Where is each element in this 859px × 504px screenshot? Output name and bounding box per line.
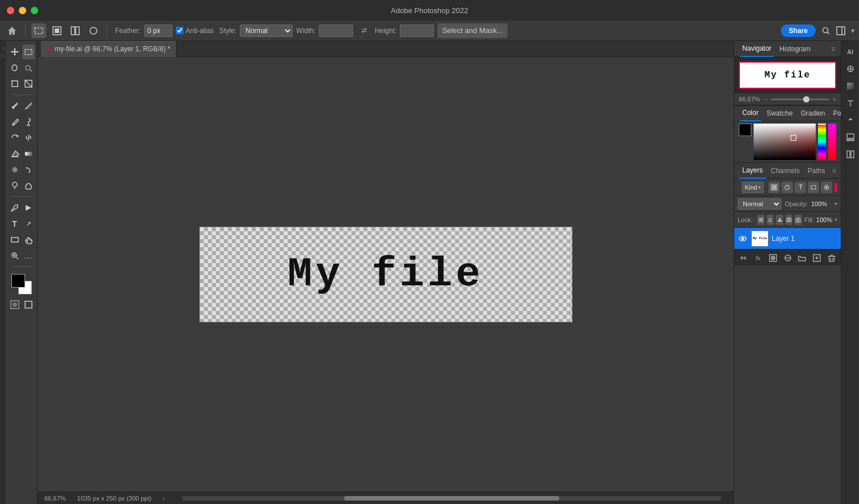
eyedropper-tool-btn[interactable] <box>9 99 21 113</box>
delete-layer-btn[interactable] <box>826 252 837 264</box>
rectangular-marquee-toolbar-btn[interactable] <box>31 23 46 38</box>
lock-image-btn[interactable] <box>767 215 774 225</box>
hand-tool-btn[interactable] <box>22 232 35 247</box>
foreground-color-swatch[interactable] <box>11 274 25 288</box>
layer-adjustment-btn[interactable] <box>782 252 793 264</box>
layer-mask-btn[interactable] <box>767 252 779 264</box>
brush-tool-btn[interactable] <box>9 114 21 129</box>
layers-tab[interactable]: Layers <box>739 163 766 179</box>
stamp-tool-btn[interactable] <box>22 114 35 129</box>
strip-arrow-btn[interactable] <box>843 113 858 128</box>
histogram-tab[interactable]: Histogram <box>777 41 813 57</box>
smudge-tool-btn[interactable] <box>22 162 35 177</box>
home-button[interactable] <box>5 23 19 38</box>
scrollbar-track[interactable] <box>182 496 721 501</box>
filter-pixel-btn[interactable] <box>768 182 780 193</box>
move-tool-btn[interactable] <box>9 44 21 59</box>
shape-tool-btn[interactable] <box>9 232 21 247</box>
filter-smart-btn[interactable] <box>821 182 832 193</box>
navigator-menu-btn[interactable]: ≡ <box>831 45 835 53</box>
panels-button[interactable] <box>836 26 845 35</box>
channels-tab[interactable]: Channels <box>767 163 803 179</box>
quick-selection-btn[interactable] <box>22 60 35 75</box>
color-tab[interactable]: Color <box>740 105 761 121</box>
zoom-out-icon[interactable]: − <box>764 96 767 103</box>
minimize-window-button[interactable] <box>19 7 26 14</box>
opacity-chevron-icon[interactable]: ▾ <box>835 200 837 207</box>
quick-mask-btn[interactable] <box>9 299 21 310</box>
color-swatches[interactable] <box>11 274 32 294</box>
zoom-slider[interactable] <box>771 99 829 100</box>
strip-type-btn[interactable] <box>843 96 858 110</box>
search-button[interactable] <box>821 26 831 35</box>
history-brush-btn[interactable] <box>9 130 21 145</box>
strip-adjust-btn[interactable] <box>843 62 858 76</box>
fill-chevron-icon[interactable]: ▾ <box>835 216 837 223</box>
blend-mode-select[interactable]: Normal Multiply Screen <box>738 198 782 210</box>
filter-kind-select[interactable]: Kind ▾ <box>742 182 764 193</box>
blur-tool-btn[interactable] <box>9 162 21 177</box>
lasso-tool-btn[interactable] <box>9 60 21 75</box>
zoom-in-icon[interactable]: + <box>833 96 836 103</box>
status-arrow-btn[interactable]: › <box>163 494 165 502</box>
left-panel-collapse[interactable]: ◁ ▷ <box>0 41 6 504</box>
lock-all-btn[interactable] <box>795 215 801 225</box>
screen-mode-btn[interactable] <box>23 299 34 310</box>
horizontal-scrollbar[interactable] <box>177 496 727 501</box>
layer-group-btn[interactable] <box>796 252 808 264</box>
dodge-tool-btn[interactable] <box>9 178 21 193</box>
swatches-tab[interactable]: Swatche <box>764 105 795 121</box>
lock-position-btn[interactable] <box>776 215 783 225</box>
art-history-brush-btn[interactable] <box>22 130 35 145</box>
layer-item[interactable]: My file Layer 1 <box>734 228 841 249</box>
navigator-tab[interactable]: Navigator <box>740 41 774 57</box>
strip-panel3-btn[interactable] <box>843 147 858 162</box>
close-window-button[interactable] <box>7 7 14 14</box>
anti-alias-checkbox[interactable] <box>176 27 183 34</box>
paths-tab[interactable]: Paths <box>804 163 829 179</box>
layer-visibility-btn[interactable] <box>738 233 748 244</box>
strip-gradient-btn[interactable] <box>843 79 858 93</box>
crop-tool-btn[interactable] <box>9 76 21 91</box>
document-tab[interactable]: ✕ my-file.ai @ 66,7% (Layer 1, RGB/8) * <box>41 41 177 57</box>
select-mask-button[interactable]: Select and Mask... <box>437 23 508 38</box>
height-input[interactable] <box>400 24 434 37</box>
layers-menu-btn[interactable]: ≡ <box>832 167 836 175</box>
more-tools-btn[interactable]: … <box>22 248 35 263</box>
eraser-tool-btn[interactable] <box>9 146 21 161</box>
maximize-window-button[interactable] <box>31 7 38 14</box>
selection-tool-btn[interactable] <box>22 44 35 59</box>
path-selection-btn[interactable] <box>22 200 35 215</box>
gradient-tab[interactable]: Gradien <box>799 105 828 121</box>
type-mask-btn[interactable]: ↗ <box>22 216 35 231</box>
hue-strip[interactable] <box>828 124 836 160</box>
slice-tool-btn[interactable] <box>22 76 35 91</box>
lock-transparent-btn[interactable] <box>757 215 764 225</box>
new-layer-btn[interactable] <box>811 252 823 264</box>
color-spectrum-slider[interactable] <box>818 124 826 160</box>
filter-adjustment-btn[interactable] <box>782 182 793 193</box>
scrollbar-thumb[interactable] <box>344 496 560 501</box>
filter-toggle[interactable] <box>835 183 837 192</box>
foreground-color-preview[interactable] <box>739 124 751 136</box>
zoom-tool-btn[interactable] <box>9 248 21 263</box>
strip-ai-btn[interactable]: AI <box>843 44 858 59</box>
filter-shape-btn[interactable] <box>808 182 819 193</box>
zoom-slider-thumb[interactable] <box>803 96 809 103</box>
color-gradient-picker[interactable] <box>754 124 816 160</box>
layer-fx-btn[interactable]: fx <box>752 252 764 264</box>
pen-tool-btn[interactable] <box>9 200 21 215</box>
options-btn-4[interactable] <box>86 23 101 38</box>
sponge-tool-btn[interactable] <box>22 178 35 193</box>
strip-panel2-btn[interactable] <box>843 130 858 145</box>
options-btn-2[interactable] <box>50 23 64 38</box>
share-button[interactable]: Share <box>781 24 816 37</box>
layer-link-btn[interactable] <box>738 252 749 264</box>
width-input[interactable] <box>319 24 353 37</box>
gradient-tool-btn[interactable] <box>22 146 35 161</box>
canvas-scroll[interactable]: My file <box>38 57 734 491</box>
filter-type-btn[interactable]: T <box>795 182 806 193</box>
style-select[interactable]: Normal Fixed Ratio Fixed Size <box>240 24 293 37</box>
ruler-tool-btn[interactable] <box>22 99 35 113</box>
feather-input[interactable] <box>144 24 173 37</box>
